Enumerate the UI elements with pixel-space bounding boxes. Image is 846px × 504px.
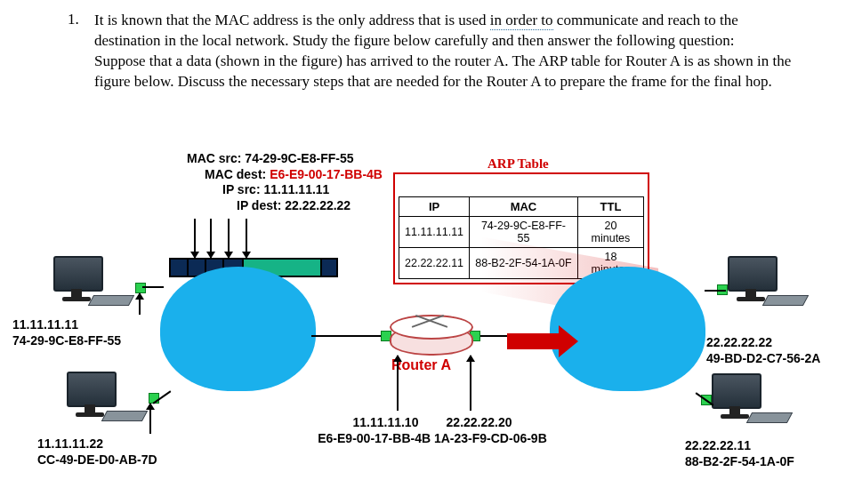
ip-dest-label: IP dest: 22.22.22.22 xyxy=(237,198,383,214)
link-left xyxy=(311,335,390,337)
arp-header-ip: IP xyxy=(399,197,470,217)
mac-dest-value: E6-E9-00-17-BB-4B xyxy=(270,167,383,181)
pc-top-left-icon xyxy=(53,256,142,318)
question-number: 1. xyxy=(68,11,79,28)
question-text: It is known that the MAC address is the … xyxy=(94,11,806,92)
mac-dest-label: MAC dest: E6-E9-00-17-BB-4B xyxy=(205,167,383,183)
pc-bottom-left-icon xyxy=(67,372,156,434)
pc-bottom-right-icon xyxy=(712,373,801,436)
router-left-arrow-icon xyxy=(397,356,399,411)
pc1-ip: 11.11.11.11 xyxy=(12,316,121,332)
router-right-ip: 22.22.22.20 xyxy=(447,415,512,429)
pc4-label: 22.22.22.11 88-B2-2F-54-1A-0F xyxy=(685,437,794,469)
packet-segment xyxy=(169,258,187,277)
arp-row: 11.11.11.11 74-29-9C-E8-FF-55 20 minutes xyxy=(399,217,644,248)
pc2-ip: 11.11.11.22 xyxy=(37,436,157,452)
arp-header-row: IP MAC TTL xyxy=(399,197,644,217)
pc2-mac: CC-49-DE-D0-AB-7D xyxy=(37,452,157,468)
arp-header-ttl: TTL xyxy=(577,197,643,217)
label-arrow-icon xyxy=(210,219,212,258)
pc2-label: 11.11.11.22 CC-49-DE-D0-AB-7D xyxy=(37,436,157,468)
router-interfaces-label: 11.11.11.10 22.22.22.20 E6-E9-00-17-BB-4… xyxy=(299,414,566,446)
mac-dest-prefix: MAC dest: xyxy=(205,167,270,181)
router-a-icon xyxy=(390,315,470,355)
router-right-mac: 1A-23-F9-CD-06-9B xyxy=(434,431,547,445)
arp-header-mac: MAC xyxy=(470,197,578,217)
mac-src-label: MAC src: 74-29-9C-E8-FF-55 xyxy=(187,151,383,167)
host-link xyxy=(142,286,164,288)
question-part1: It is known that the MAC address is the … xyxy=(94,12,490,28)
pc1-arrow-icon xyxy=(139,293,141,315)
packet-header-labels: MAC src: 74-29-9C-E8-FF-55 MAC dest: E6-… xyxy=(187,151,383,213)
question-underlined: in order to xyxy=(490,12,553,30)
ip-src-label: IP src: 11.11.11.11 xyxy=(222,182,383,198)
pc2-arrow-icon xyxy=(149,404,151,434)
pc1-label: 11.11.11.11 74-29-9C-E8-FF-55 xyxy=(12,316,121,348)
arp-cell-ttl: 20 minutes xyxy=(577,217,643,248)
network-cloud-left xyxy=(160,267,316,391)
arp-cell-ip: 11.11.11.11 xyxy=(399,217,470,248)
host-link xyxy=(705,290,726,292)
pc3-ip: 22.22.22.22 xyxy=(706,334,820,350)
arp-cell-ip: 22.22.22.11 xyxy=(399,248,470,279)
pc4-ip: 22.22.22.11 xyxy=(685,437,794,453)
router-right-arrow-icon xyxy=(470,356,471,411)
pc1-mac: 74-29-9C-E8-FF-55 xyxy=(12,332,121,348)
pc-top-right-icon xyxy=(728,256,817,318)
pc3-label: 22.22.22.22 49-BD-D2-C7-56-2A xyxy=(706,334,820,366)
arp-table-title: ARP Table xyxy=(487,156,549,172)
question-part3: Suppose that a data (shown in the figure… xyxy=(94,52,791,90)
label-arrow-icon xyxy=(246,219,247,258)
flow-arrow-icon xyxy=(507,333,560,349)
label-arrow-icon xyxy=(228,219,230,258)
router-left-mac: E6-E9-00-17-BB-4B xyxy=(318,431,431,445)
pc3-mac: 49-BD-D2-C7-56-2A xyxy=(706,350,820,366)
label-arrow-icon xyxy=(194,219,196,258)
router-left-ip: 11.11.11.10 xyxy=(352,415,418,429)
pc4-mac: 88-B2-2F-54-1A-0F xyxy=(685,453,794,469)
packet-segment xyxy=(320,258,338,277)
